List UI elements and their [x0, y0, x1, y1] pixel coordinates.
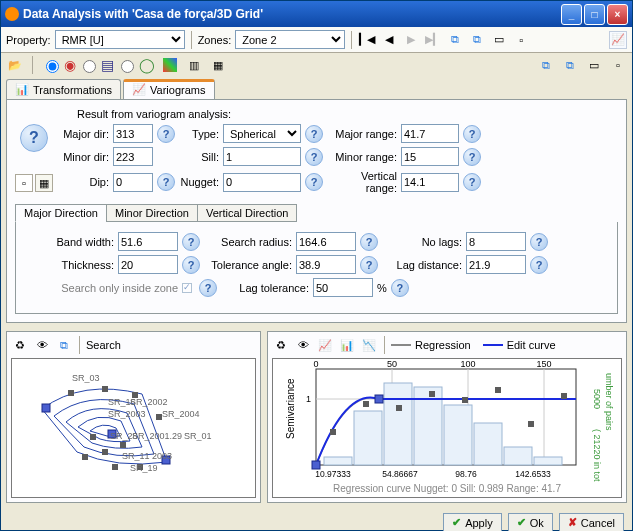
variogram-map-view[interactable]: SR_03SR_16SR_2002 SR_2003SR_2004 SR_28SR… [11, 358, 256, 498]
recycle-icon[interactable]: ♻ [11, 336, 29, 354]
help-icon[interactable]: ? [530, 233, 548, 251]
vertical-range-input[interactable] [401, 173, 459, 192]
vertical-range-label: Vertical range: [327, 170, 397, 194]
chart-launch-icon[interactable]: 📈 [609, 31, 627, 49]
property-label: Property: [6, 34, 51, 46]
close-button[interactable]: × [607, 4, 628, 25]
help-main-icon[interactable]: ? [20, 124, 48, 152]
major-dir-input[interactable] [113, 124, 153, 143]
tab-transformations[interactable]: 📊 Transformations [6, 79, 121, 99]
transform-icon: 📊 [15, 83, 29, 96]
maximize-button[interactable]: □ [584, 4, 605, 25]
subtab-major[interactable]: Major Direction [15, 204, 107, 222]
help-icon[interactable]: ? [463, 148, 481, 166]
minor-range-label: Minor range: [327, 151, 397, 163]
svg-text:SR_2001.29: SR_2001.29 [132, 431, 182, 441]
view-mode-radios[interactable]: ◉ ▤ ◯ [41, 57, 155, 73]
paste-icon[interactable]: ⧉ [468, 31, 486, 49]
apply-button[interactable]: ✔ Apply [443, 513, 502, 531]
copy3-icon[interactable]: ⧉ [55, 336, 73, 354]
help-icon[interactable]: ? [530, 256, 548, 274]
help-icon[interactable]: ? [463, 173, 481, 191]
grid-small-icon[interactable]: ▦ [35, 174, 53, 192]
ok-button[interactable]: ✔ Ok [508, 513, 553, 531]
help-icon[interactable]: ? [360, 256, 378, 274]
eye-icon[interactable]: 👁 [33, 336, 51, 354]
svg-text:SR_2004: SR_2004 [162, 409, 200, 419]
minor-range-input[interactable] [401, 147, 459, 166]
page-icon[interactable]: ▫ [512, 31, 530, 49]
band-width-input[interactable] [118, 232, 178, 251]
bars-icon[interactable]: 📉 [360, 336, 378, 354]
major-range-input[interactable] [401, 124, 459, 143]
minor-dir-input[interactable] [113, 147, 153, 166]
page2-icon[interactable]: ▫ [609, 56, 627, 74]
eye2-icon[interactable]: 👁 [294, 336, 312, 354]
svg-text:( 21220 in tot: ( 21220 in tot [592, 429, 602, 482]
help-icon[interactable]: ? [305, 173, 323, 191]
help-icon[interactable]: ? [391, 279, 409, 297]
app-icon [5, 7, 19, 21]
copy-icon[interactable]: ⧉ [446, 31, 464, 49]
lag-tolerance-input[interactable] [313, 278, 373, 297]
help-icon[interactable]: ? [305, 125, 323, 143]
window2-icon[interactable]: ▭ [585, 56, 603, 74]
edit-curve-swatch [483, 344, 503, 346]
tab-transformations-label: Transformations [33, 84, 112, 96]
thickness-input[interactable] [118, 255, 178, 274]
help-icon[interactable]: ? [463, 125, 481, 143]
grid-color-icon[interactable] [161, 56, 179, 74]
minimize-button[interactable]: _ [561, 4, 582, 25]
svg-text:142.6533: 142.6533 [515, 469, 551, 479]
tab-variograms[interactable]: 📈 Variograms [123, 79, 214, 99]
svg-rect-7 [112, 464, 118, 470]
dip-label: Dip: [59, 176, 109, 188]
calendar-icon[interactable]: ▦ [209, 56, 227, 74]
help-icon[interactable]: ? [157, 125, 175, 143]
sill-label: Sill: [179, 151, 219, 163]
nav-first-icon[interactable]: ▎◀ [358, 31, 376, 49]
help-icon[interactable]: ? [182, 233, 200, 251]
svg-text:Semivariance: Semivariance [285, 378, 296, 439]
copy2-icon[interactable]: ⧉ [537, 56, 555, 74]
help-icon[interactable]: ? [360, 233, 378, 251]
tolerance-input[interactable] [296, 255, 356, 274]
x-icon: ✘ [568, 516, 577, 529]
svg-rect-47 [396, 405, 402, 411]
search-radius-input[interactable] [296, 232, 356, 251]
check-icon: ✔ [452, 516, 461, 529]
recycle2-icon[interactable]: ♻ [272, 336, 290, 354]
tune-icon[interactable]: 📊 [338, 336, 356, 354]
lag-distance-input[interactable] [466, 255, 526, 274]
subtab-vertical[interactable]: Vertical Direction [197, 204, 298, 222]
svg-text:SR_19: SR_19 [130, 463, 158, 473]
page-small-icon[interactable]: ▫ [15, 174, 33, 192]
subtab-minor[interactable]: Minor Direction [106, 204, 198, 222]
property-select[interactable]: RMR [U] [55, 30, 185, 49]
sill-input[interactable] [223, 147, 301, 166]
open-icon[interactable]: 📂 [6, 56, 24, 74]
dip-input[interactable] [113, 173, 153, 192]
variogram-chart[interactable]: 050100150 1 [272, 358, 622, 498]
nav-next-icon[interactable]: ▶ [402, 31, 420, 49]
window-icon[interactable]: ▭ [490, 31, 508, 49]
svg-rect-48 [429, 391, 435, 397]
settings-icon[interactable]: ▥ [185, 56, 203, 74]
svg-rect-45 [330, 429, 336, 435]
nugget-input[interactable] [223, 173, 301, 192]
help-icon[interactable]: ? [182, 256, 200, 274]
nav-last-icon[interactable]: ▶▎ [424, 31, 442, 49]
zones-select[interactable]: Zone 2 [235, 30, 345, 49]
paste2-icon[interactable]: ⧉ [561, 56, 579, 74]
svg-text:1: 1 [306, 394, 311, 404]
no-lags-input[interactable] [466, 232, 526, 251]
svg-rect-12 [42, 404, 50, 412]
help-icon[interactable]: ? [199, 279, 217, 297]
chart-icon[interactable]: 📈 [316, 336, 334, 354]
type-select[interactable]: Spherical [223, 124, 301, 143]
nav-prev-icon[interactable]: ◀ [380, 31, 398, 49]
help-icon[interactable]: ? [157, 173, 175, 191]
cancel-label: Cancel [581, 517, 615, 529]
help-icon[interactable]: ? [305, 148, 323, 166]
cancel-button[interactable]: ✘ Cancel [559, 513, 624, 531]
